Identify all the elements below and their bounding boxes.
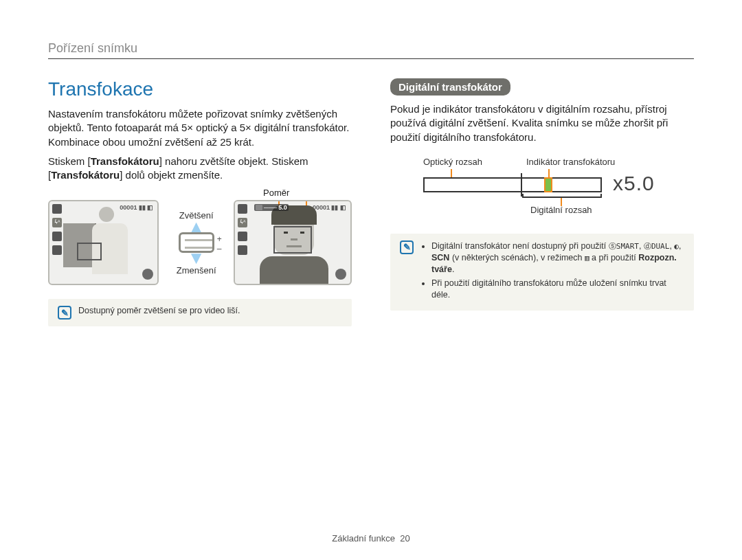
right-column: Digitální transfokátor Pokud je indikáto… — [390, 78, 694, 326]
smart-mode-icon: ⓢSMART — [609, 242, 639, 251]
menu-icon — [52, 245, 62, 255]
focus-frame — [273, 226, 312, 254]
zoom-indicator-marker — [544, 177, 552, 192]
zoom-indicator-label: Indikátor transfokátoru — [526, 157, 615, 167]
zoom-ratio-bar: ─── 5.0 — [254, 204, 289, 211]
steady-icon — [335, 269, 346, 280]
zoom-ratio-value: 5.0 — [278, 204, 287, 211]
page-number: 20 — [400, 533, 409, 544]
camera-screen-wide: ϟᴬ 00001 ▮▮ ◧ — [48, 200, 159, 285]
subsection-heading: Digitální transfokátor — [390, 78, 510, 96]
note-box-digital-zoom: ✎ Digitální transfokátor není dostupný p… — [390, 234, 694, 311]
zoom-readout: x5.0 — [613, 172, 655, 195]
mode-icon — [52, 204, 62, 214]
camera-screen-zoomed: ─── 5.0 ϟᴬ 00001 ▮▮ ◧ — [234, 200, 352, 285]
zoom-control-diagram: Zvětšení ▲ +– ▼ Zmenšení — [168, 209, 224, 277]
word-transfokátoru-2: Transfokátoru — [51, 169, 120, 181]
left-column: Transfokace Nastavením transfokátoru můž… — [48, 78, 352, 326]
zoom-rocker-icon: +– — [179, 232, 214, 253]
note-box-video: ✎ Dostupný poměr zvětšení se pro video l… — [48, 299, 352, 326]
metering-icon — [238, 232, 247, 241]
arrow-down-icon: ▼ — [188, 253, 205, 264]
plus-minus-icon: +– — [217, 234, 222, 254]
night-icon: ◐ — [674, 242, 679, 251]
digital-zoom-paragraph: Pokud je indikátor transfokátoru v digit… — [390, 102, 694, 144]
zoom-range-diagram: Optický rozsah Indikátor transfokátoru x… — [423, 157, 657, 210]
dual-mode-icon: ⓓDUAL — [644, 242, 670, 251]
zoom-out-label: Zmenšení — [177, 265, 216, 276]
note-icon: ✎ — [400, 240, 414, 254]
note-text: Dostupný poměr zvětšení se pro video liš… — [78, 306, 240, 320]
text: Stiskem [ — [48, 155, 91, 167]
note-icon: ✎ — [58, 306, 71, 320]
mode-icon — [238, 204, 247, 214]
focus-frame — [77, 243, 102, 260]
text: ] dolů objekt zmenšíte. — [120, 169, 223, 181]
flash-icon: ϟᴬ — [238, 218, 247, 227]
section-title: Transfokace — [48, 78, 352, 100]
flash-icon: ϟᴬ — [52, 218, 62, 227]
zoom-bar — [423, 177, 602, 192]
menu-icon — [238, 245, 247, 255]
optical-range-label: Optický rozsah — [423, 157, 482, 167]
movie-mode-icon: ▥ — [585, 254, 589, 262]
footer-section: Základní funkce — [332, 533, 395, 544]
zoom-illustration-row: ϟᴬ 00001 ▮▮ ◧ Zvětšení ▲ +– — [48, 200, 352, 285]
frame-counter-b: 00001 ▮▮ ◧ — [313, 204, 346, 211]
steady-icon — [142, 269, 153, 280]
camera-icon — [256, 205, 262, 210]
breadcrumb: Pořízení snímku — [48, 41, 694, 59]
intro-paragraph: Nastavením transfokátoru můžete pořizova… — [48, 107, 352, 149]
word-transfokátoru-1: Transfokátoru — [91, 155, 159, 167]
note-item-1: Digitální transfokátor není dostupný při… — [431, 240, 684, 276]
digital-range-label: Digitální rozsah — [530, 205, 592, 215]
metering-icon — [52, 232, 62, 241]
arrow-up-icon: ▲ — [188, 222, 205, 233]
scn-mode-icon: SCN — [431, 253, 449, 262]
instruction-paragraph: Stiskem [Transfokátoru] nahoru zvětšíte … — [48, 155, 352, 183]
page-footer: Základní funkce 20 — [0, 533, 742, 544]
note-item-2: Při použití digitálního transfokátoru mů… — [431, 278, 684, 301]
